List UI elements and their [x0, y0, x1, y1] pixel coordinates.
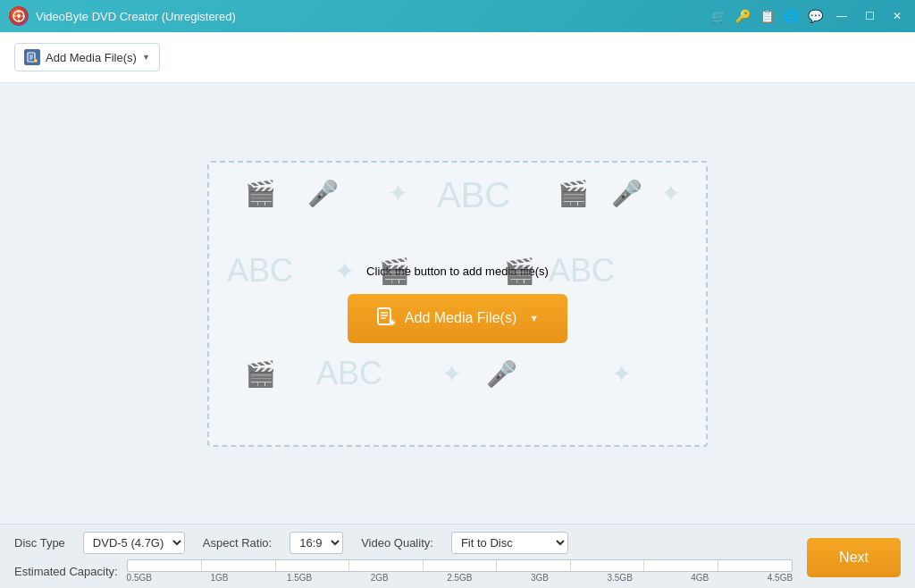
toolbar: Add Media File(s) ▼: [0, 32, 915, 83]
bottom-controls-wrapper: Disc Type DVD-5 (4.7G) DVD-9 (8.5G) Aspe…: [14, 532, 901, 583]
cap-label-4: 4GB: [691, 573, 709, 583]
wm-abc-icon-1: ABC: [437, 175, 510, 215]
app-logo: [9, 6, 29, 26]
wm-film-icon-5: 🎬: [245, 359, 276, 389]
add-media-toolbar-label: Add Media File(s): [46, 51, 137, 64]
tick-2gb: [423, 560, 424, 571]
wm-mic-icon-3: 🎤: [486, 359, 517, 389]
capacity-labels: 0.5GB 1GB 1.5GB 2GB 2.5GB 3GB 3.5GB 4GB …: [127, 573, 793, 583]
add-media-main-button[interactable]: Add Media File(s) ▼: [348, 294, 567, 343]
add-media-main-icon: [376, 307, 396, 331]
add-media-toolbar-button[interactable]: Add Media File(s) ▼: [14, 43, 160, 71]
svg-point-1: [17, 14, 21, 18]
disc-type-label: Disc Type: [14, 536, 65, 550]
close-button[interactable]: ✕: [888, 8, 906, 24]
wm-abc-icon-2: ABC: [227, 252, 293, 290]
wm-star-icon-1: ✦: [388, 179, 408, 208]
aspect-ratio-label: Aspect Ratio:: [203, 536, 272, 550]
maximize-button[interactable]: ☐: [860, 8, 879, 24]
tick-3.5gb: [643, 560, 644, 571]
globe-icon[interactable]: 🌐: [784, 9, 799, 23]
title-bar: VideoByte DVD Creator (Unregistered) 🛒 🔑…: [0, 0, 915, 32]
titlebar-icons: 🛒 🔑 📋 🌐 💬 — ☐ ✕: [711, 8, 906, 24]
wm-sparkle-icon-2: ✦: [334, 256, 355, 286]
wm-mic-icon-2: 🎤: [611, 179, 642, 208]
main-content: 🎬 🎤 ✦ ABC 🎬 🎤 ✦ ABC ✦ 🎬 🎬 ABC 🎬 ABC ✦ 🎤 …: [0, 83, 915, 524]
bottom-left: Disc Type DVD-5 (4.7G) DVD-9 (8.5G) Aspe…: [14, 532, 793, 583]
cap-label-3: 3GB: [531, 573, 549, 583]
tick-1gb: [275, 560, 276, 571]
cap-label-4.5: 4.5GB: [768, 573, 793, 583]
main-dropdown-arrow: ▼: [529, 313, 539, 323]
tick-3gb: [570, 560, 571, 571]
wm-sparkle-icon-3: ✦: [441, 359, 462, 389]
disc-type-select[interactable]: DVD-5 (4.7G) DVD-9 (8.5G): [83, 532, 185, 554]
next-button[interactable]: Next: [807, 538, 901, 577]
aspect-ratio-select[interactable]: 16:9 4:3: [290, 532, 343, 554]
wm-abc-icon-3: ABC: [549, 252, 615, 290]
cap-label-3.5: 3.5GB: [607, 573, 632, 583]
wm-abc-icon-4: ABC: [316, 355, 382, 392]
cap-label-1.5: 1.5GB: [287, 573, 312, 583]
minimize-button[interactable]: —: [832, 8, 852, 24]
bottom-bar: Disc Type DVD-5 (4.7G) DVD-9 (8.5G) Aspe…: [0, 524, 915, 588]
add-media-main-label: Add Media File(s): [405, 310, 516, 326]
video-quality-label: Video Quality:: [361, 536, 433, 550]
capacity-bar: [127, 559, 793, 572]
wm-sparkle-icon-4: ✦: [611, 359, 632, 389]
drop-hint: Click the button to add media file(s): [366, 265, 549, 278]
chat-icon[interactable]: 💬: [808, 9, 823, 23]
capacity-bar-wrapper: 0.5GB 1GB 1.5GB 2GB 2.5GB 3GB 3.5GB 4GB …: [127, 559, 793, 583]
titlebar-left: VideoByte DVD Creator (Unregistered): [9, 6, 236, 26]
key-icon[interactable]: 🔑: [735, 9, 751, 23]
cap-label-0.5: 0.5GB: [127, 573, 152, 583]
wm-film-icon-1: 🎬: [245, 179, 276, 208]
bottom-row2: Estimated Capacity: 0.5GB 1GB: [14, 559, 793, 583]
drop-zone: 🎬 🎤 ✦ ABC 🎬 🎤 ✦ ABC ✦ 🎬 🎬 ABC 🎬 ABC ✦ 🎤 …: [207, 161, 708, 447]
wm-film-icon-2: 🎬: [558, 179, 589, 208]
tick-0.5gb: [201, 560, 202, 571]
toolbar-dropdown-arrow: ▼: [142, 53, 150, 62]
wm-sparkle-icon-1: ✦: [660, 179, 681, 208]
cap-label-2.5: 2.5GB: [447, 573, 472, 583]
tick-4gb: [718, 560, 718, 571]
tick-1.5gb: [348, 560, 349, 571]
cap-label-1: 1GB: [210, 573, 228, 583]
app-title: VideoByte DVD Creator (Unregistered): [36, 10, 236, 23]
bottom-row1: Disc Type DVD-5 (4.7G) DVD-9 (8.5G) Aspe…: [14, 532, 793, 554]
cap-label-2: 2GB: [371, 573, 389, 583]
tick-2.5gb: [496, 560, 497, 571]
file-icon[interactable]: 📋: [760, 9, 775, 23]
wm-mic-icon-1: 🎤: [307, 179, 339, 208]
video-quality-select[interactable]: Fit to Disc High Quality Standard Qualit…: [451, 532, 568, 554]
cart-icon[interactable]: 🛒: [711, 9, 726, 23]
estimated-capacity-label: Estimated Capacity:: [14, 565, 118, 578]
svg-rect-13: [378, 308, 390, 324]
add-media-toolbar-icon: [24, 49, 40, 65]
